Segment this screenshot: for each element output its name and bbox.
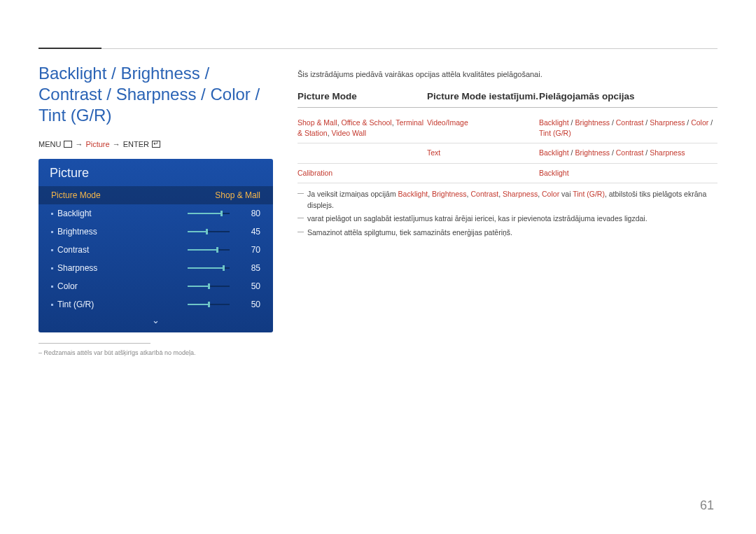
th-picture-mode: Picture Mode (298, 91, 427, 101)
picture-mode-label: Picture Mode (51, 190, 215, 200)
note-item: Ja veiksit izmaiņas opcijām Backlight, B… (298, 189, 718, 211)
settings-panel: Picture Picture Mode Shop & Mall Backlig… (38, 159, 273, 332)
slider-row[interactable]: Color50 (38, 277, 273, 295)
slider-value: 45 (241, 227, 260, 237)
slider-label: Contrast (51, 245, 188, 255)
slider-row[interactable]: Brightness45 (38, 223, 273, 241)
footnote: – Redzamais attēls var būt atšķirīgs atk… (38, 349, 273, 356)
table-row: TextBacklight / Brightness / Contrast / … (298, 143, 718, 163)
slider-track[interactable] (188, 286, 230, 287)
th-options: Pielāgojamās opcijas (539, 91, 718, 101)
table-header: Picture Mode Picture Mode iestatījumi. P… (298, 91, 718, 108)
intro-text: Šis izstrādājums piedāvā vairākas opcija… (298, 63, 718, 78)
chevron-down-icon[interactable]: ⌄ (38, 314, 273, 327)
panel-title: Picture (38, 159, 273, 186)
picture-mode-row[interactable]: Picture Mode Shop & Mall (38, 186, 273, 204)
slider-row[interactable]: Backlight80 (38, 204, 273, 223)
slider-track[interactable] (188, 231, 230, 232)
slider-value: 80 (241, 209, 260, 218)
menu-picture: Picture (85, 140, 109, 148)
slider-value: 70 (241, 245, 260, 255)
enter-icon (152, 141, 160, 148)
horizontal-rule-thick (38, 48, 102, 49)
slider-label: Color (51, 281, 188, 291)
slider-value: 50 (241, 281, 260, 291)
enter-label: ENTER (123, 140, 149, 148)
slider-track[interactable] (188, 267, 230, 269)
menu-path: MENU → Picture → ENTER (38, 140, 273, 148)
page-number: 61 (700, 498, 714, 513)
slider-track[interactable] (188, 304, 230, 305)
slider-row[interactable]: Contrast70 (38, 241, 273, 259)
horizontal-rule (38, 48, 718, 49)
page-title: Backlight / Brightness / Contrast / Shar… (38, 63, 273, 126)
slider-row[interactable]: Sharpness85 (38, 259, 273, 277)
slider-row[interactable]: Tint (G/R)50 (38, 295, 273, 314)
slider-value: 50 (241, 300, 260, 309)
menu-icon (64, 141, 72, 148)
slider-label: Tint (G/R) (51, 300, 188, 309)
slider-track[interactable] (188, 249, 230, 251)
note-item: varat pielāgot un saglabāt iestatījumus … (298, 213, 718, 225)
table-row: CalibrationBacklight (298, 164, 718, 183)
slider-label: Backlight (51, 209, 188, 218)
table-row: Shop & Mall, Office & School, Terminal &… (298, 113, 718, 143)
slider-label: Brightness (51, 227, 188, 237)
arrow-icon: → (75, 140, 83, 148)
notes-list: Ja veiksit izmaiņas opcijām Backlight, B… (298, 189, 718, 239)
arrow-icon: → (113, 140, 120, 148)
divider (38, 343, 150, 344)
note-item: Samazinot attēla spilgtumu, tiek samazin… (298, 227, 718, 239)
slider-track[interactable] (188, 213, 230, 214)
slider-value: 85 (241, 263, 260, 273)
slider-label: Sharpness (51, 263, 188, 273)
th-settings: Picture Mode iestatījumi. (427, 91, 539, 101)
picture-mode-value: Shop & Mall (215, 190, 260, 200)
menu-label: MENU (38, 140, 61, 148)
